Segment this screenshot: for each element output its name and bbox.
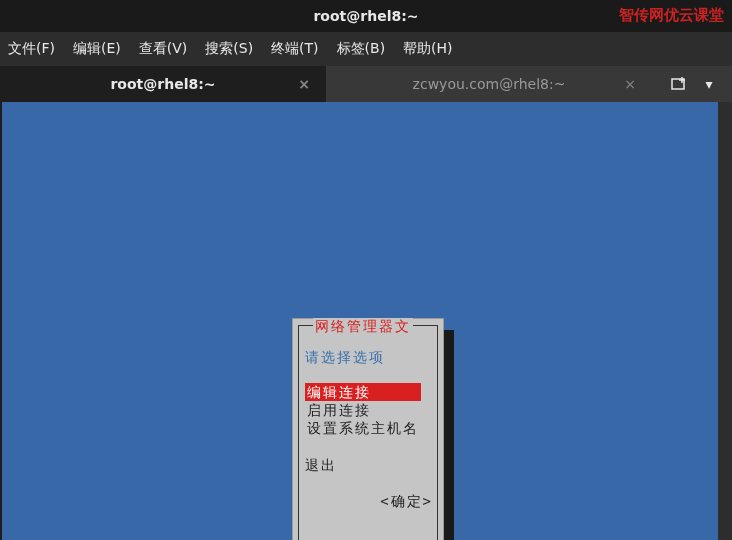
close-icon[interactable]: × bbox=[298, 76, 310, 92]
option-quit[interactable]: 退出 bbox=[305, 457, 337, 475]
new-tab-icon[interactable] bbox=[671, 76, 687, 93]
titlebar: root@rhel8:~ 智传网优云课堂 bbox=[0, 0, 732, 32]
menu-terminal[interactable]: 终端(T) bbox=[269, 36, 320, 62]
menu-file[interactable]: 文件(F) bbox=[6, 36, 57, 62]
window-title: root@rhel8:~ bbox=[313, 8, 418, 24]
tab-actions: ▾ bbox=[652, 66, 732, 102]
terminal-area[interactable]: 网络管理器文 请选择选项 编辑连接 启用连接 设置系统主机名 退出 <确定> bbox=[0, 102, 732, 540]
menu-view[interactable]: 查看(V) bbox=[137, 36, 190, 62]
dialog-prompt: 请选择选项 bbox=[305, 349, 385, 367]
option-edit-connection[interactable]: 编辑连接 bbox=[305, 383, 421, 401]
dialog-title: 网络管理器文 bbox=[313, 318, 413, 336]
menu-help[interactable]: 帮助(H) bbox=[401, 36, 454, 62]
tab-zcwyou[interactable]: zcwyou.com@rhel8:~ × bbox=[326, 66, 652, 102]
tabbar: root@rhel8:~ × zcwyou.com@rhel8:~ × ▾ bbox=[0, 66, 732, 102]
nmtui-dialog: 网络管理器文 请选择选项 编辑连接 启用连接 设置系统主机名 退出 <确定> bbox=[292, 318, 444, 540]
close-icon[interactable]: × bbox=[624, 76, 636, 92]
menu-search[interactable]: 搜索(S) bbox=[203, 36, 255, 62]
option-set-hostname[interactable]: 设置系统主机名 bbox=[305, 419, 421, 437]
watermark-text: 智传网优云课堂 bbox=[619, 6, 724, 25]
tab-root[interactable]: root@rhel8:~ × bbox=[0, 66, 326, 102]
menu-tabs[interactable]: 标签(B) bbox=[335, 36, 388, 62]
menu-list: 编辑连接 启用连接 设置系统主机名 bbox=[305, 383, 421, 437]
ok-button[interactable]: <确定> bbox=[380, 493, 433, 511]
tab-label: root@rhel8:~ bbox=[110, 76, 215, 92]
scrollbar[interactable] bbox=[718, 102, 732, 540]
tab-label: zcwyou.com@rhel8:~ bbox=[413, 76, 566, 92]
menu-edit[interactable]: 编辑(E) bbox=[71, 36, 123, 62]
chevron-down-icon[interactable]: ▾ bbox=[705, 76, 712, 92]
menubar: 文件(F) 编辑(E) 查看(V) 搜索(S) 终端(T) 标签(B) 帮助(H… bbox=[0, 32, 732, 66]
option-activate-connection[interactable]: 启用连接 bbox=[305, 401, 421, 419]
